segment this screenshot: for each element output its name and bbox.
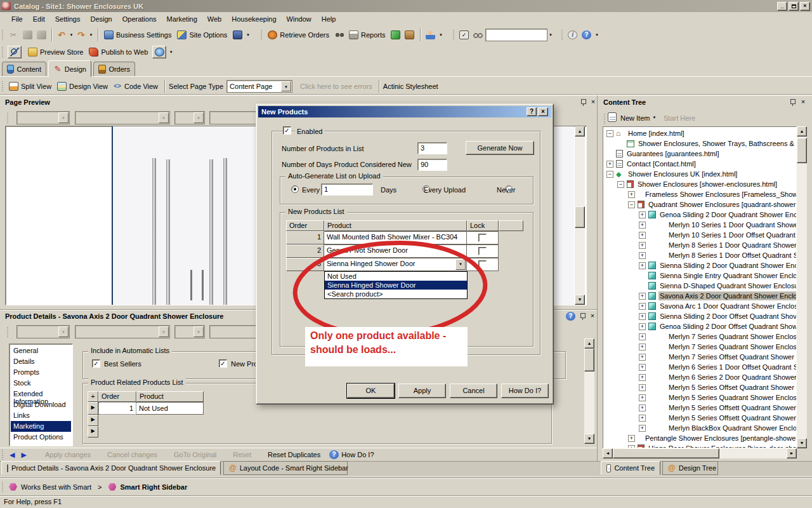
- product-combo-dropdown-icon[interactable]: ▼: [455, 259, 466, 270]
- undo-icon[interactable]: ↶: [56, 30, 67, 40]
- row-product-cell[interactable]: Genoa Pivot Shower Door: [324, 244, 467, 258]
- scroll-up-button[interactable]: ▲: [575, 126, 585, 137]
- publish-to-web-button[interactable]: Publish to Web: [101, 48, 148, 56]
- row-product-cell[interactable]: Sienna Hinged Shower Door▼: [324, 258, 467, 271]
- toolbar-grip[interactable]: [6, 112, 9, 124]
- tree-item[interactable]: +Merlyn 10 Series 1 Door Quadrant Showe: [603, 220, 796, 230]
- minimize-button[interactable]: _: [777, 2, 787, 11]
- collapse-icon[interactable]: −: [628, 201, 635, 208]
- scrollbar-thumb[interactable]: [797, 138, 807, 163]
- expand-icon[interactable]: +: [639, 232, 646, 239]
- page-type-combo[interactable]: Content Page ▼: [226, 80, 292, 93]
- details-combo-2[interactable]: ▼: [75, 325, 170, 338]
- row-selector-icon[interactable]: ▶: [88, 402, 98, 415]
- help-icon[interactable]: ?: [581, 30, 593, 40]
- expand-icon[interactable]: +: [639, 425, 646, 432]
- details-combo-1[interactable]: ▼: [16, 325, 70, 338]
- details-section-marketing[interactable]: Marketing: [11, 421, 71, 432]
- tree-item[interactable]: +Sienna Sliding 2 Door Quadrant Shower E…: [603, 260, 796, 271]
- toolbar-grip[interactable]: [260, 29, 263, 41]
- expand-icon[interactable]: +: [639, 354, 646, 361]
- details-section-prompts[interactable]: Prompts: [11, 367, 71, 378]
- user-accounts-icon[interactable]: [425, 30, 436, 40]
- help-dropdown-icon[interactable]: ▼: [594, 33, 601, 37]
- preview-combo-1[interactable]: ▼: [16, 111, 70, 124]
- menu-item-window[interactable]: Window: [282, 13, 317, 25]
- redo-icon[interactable]: ↷: [76, 30, 86, 40]
- tree-item[interactable]: +Merlyn 7 Series Quadrant Shower Enclosu: [603, 342, 796, 352]
- tree-item[interactable]: +Merlyn 10 Series 1 Door Offset Quadrant: [603, 230, 796, 240]
- expand-icon[interactable]: +: [639, 404, 646, 411]
- scroll-down-button[interactable]: ▼: [797, 438, 807, 448]
- task-checklist-icon[interactable]: ✓: [459, 30, 470, 40]
- scroll-down-button[interactable]: ▼: [584, 434, 594, 444]
- num-products-field[interactable]: 3: [417, 142, 447, 154]
- panel-close-icon[interactable]: ×: [588, 312, 597, 321]
- design-view-icon[interactable]: [56, 81, 67, 91]
- tree-item[interactable]: Shower Enclosures, Shower Trays, Bathscr…: [603, 138, 796, 149]
- page-type-dropdown-icon[interactable]: ▼: [281, 81, 291, 91]
- menu-item-marketing[interactable]: Marketing: [162, 13, 202, 25]
- details-section-links[interactable]: Links: [11, 410, 71, 421]
- new-item-dropdown-icon[interactable]: ▼: [651, 116, 658, 119]
- menu-item-design[interactable]: Design: [85, 13, 117, 25]
- preview-page-icon[interactable]: [8, 46, 22, 58]
- related-product-cell[interactable]: Not Used: [136, 402, 204, 415]
- search-combo[interactable]: [485, 29, 547, 41]
- export-icon[interactable]: [390, 30, 402, 40]
- find-orders-icon[interactable]: [334, 30, 345, 40]
- scrollbar-track[interactable]: [797, 137, 807, 438]
- tree-item[interactable]: +Merlyn 5 Series Offsett Quadrant Shower: [603, 403, 796, 413]
- cut-icon[interactable]: ✂: [8, 30, 19, 40]
- menu-item-housekeeping[interactable]: Housekeeping: [226, 13, 281, 25]
- breadcrumb-item-parent[interactable]: Works Best with Smart: [21, 483, 91, 491]
- previous-record-icon[interactable]: ◀: [10, 451, 15, 459]
- toolbar-grip[interactable]: [452, 29, 455, 41]
- toolbar-grip[interactable]: [1, 46, 4, 58]
- tree-item[interactable]: +Genoa Sliding 2 Door Quadrant Shower En…: [603, 210, 796, 220]
- toolbar-grip[interactable]: [1, 481, 4, 493]
- scroll-down-button[interactable]: ▼: [575, 295, 585, 305]
- preview-store-button[interactable]: Preview Store: [40, 48, 83, 56]
- tree-item[interactable]: +Savona Arc 1 Door Quadrant Shower Enclo…: [603, 301, 796, 311]
- preview-combo-2[interactable]: ▼: [75, 111, 170, 124]
- pin-icon[interactable]: [788, 98, 797, 107]
- new-products-checkbox[interactable]: ✓: [219, 359, 227, 368]
- expand-icon[interactable]: +: [628, 435, 635, 442]
- tree-item[interactable]: Guarantees [guarantees.html]: [603, 149, 796, 159]
- details-section-digital-download[interactable]: Digital Download: [11, 399, 71, 410]
- preview-store-icon[interactable]: [27, 47, 38, 57]
- ok-button[interactable]: OK: [347, 384, 395, 398]
- close-button[interactable]: ×: [800, 2, 810, 11]
- expand-icon[interactable]: +: [639, 252, 646, 259]
- toolbar-grip[interactable]: [1, 29, 4, 41]
- tree-item[interactable]: Sienna D-Shaped Quadrant Shower Enclosu: [603, 281, 796, 291]
- new-item-button[interactable]: New Item: [620, 114, 650, 122]
- tree-item[interactable]: +Merlyn 6 Series 2 Door Quadrant Shower: [603, 372, 796, 382]
- how-do-i-button[interactable]: How Do I?: [501, 384, 549, 398]
- expand-icon[interactable]: +: [639, 211, 646, 218]
- dialog-help-button[interactable]: ?: [527, 107, 537, 116]
- cancel-button[interactable]: Cancel: [450, 384, 497, 398]
- num-days-field[interactable]: 90: [417, 159, 447, 171]
- panel-close-icon[interactable]: ×: [589, 98, 598, 107]
- scroll-left-button[interactable]: ◄: [603, 448, 613, 458]
- tree-item[interactable]: +Merlyn 8 Series 1 Door Quadrant Shower: [603, 240, 796, 250]
- lock-checkbox[interactable]: [478, 247, 487, 255]
- details-combo-3[interactable]: ▼: [174, 325, 205, 338]
- tree-item[interactable]: +Contact [Contact.html]: [603, 159, 796, 169]
- tree-item[interactable]: +Merlyn 6 Series 1 Door Offset Quadrant …: [603, 362, 796, 372]
- row-selector-icon[interactable]: ▶: [88, 415, 98, 426]
- details-section-stock[interactable]: Stock: [11, 378, 71, 389]
- user-dropdown-icon[interactable]: ▼: [438, 33, 445, 37]
- menu-item-operations[interactable]: Operations: [117, 13, 162, 25]
- tree-item[interactable]: +Merlyn 5 Series Quadrant Shower Enclosu: [603, 392, 796, 403]
- undo-dropdown-icon[interactable]: ▼: [68, 33, 75, 37]
- pin-icon[interactable]: [579, 98, 587, 107]
- preview-combo-3[interactable]: ▼: [174, 111, 205, 124]
- tab-product-details[interactable]: Product Details - Savona Axis 2 Door Qua…: [1, 461, 221, 475]
- tab-content[interactable]: Content: [2, 62, 46, 76]
- tree-item[interactable]: +Merlyn 7 Series Offset Quadrant Shower: [603, 352, 796, 362]
- dialog-close-button[interactable]: ×: [538, 107, 548, 116]
- collapse-icon[interactable]: −: [617, 181, 624, 188]
